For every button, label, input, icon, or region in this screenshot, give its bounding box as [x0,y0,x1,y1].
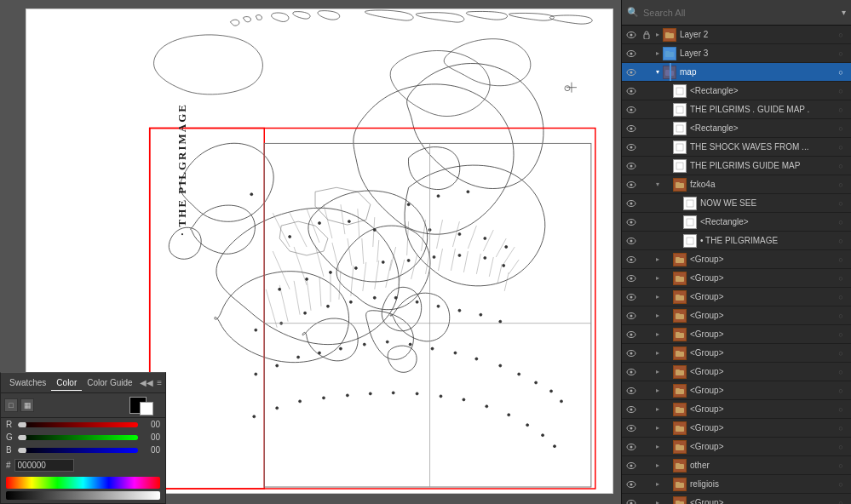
layer-expand-icon[interactable]: ▸ [653,269,663,288]
layer-expand-icon[interactable]: ▸ [653,381,663,400]
layer-expand-icon[interactable]: ▾ [653,175,663,194]
layer-lock-icon[interactable] [641,381,653,400]
layer-lock-icon[interactable] [641,419,653,438]
layer-eye-icon[interactable] [622,475,641,494]
layer-item[interactable]: ▸<Group>○ [622,269,851,288]
layer-options-icon[interactable]: ○ [834,381,848,400]
layer-eye-icon[interactable] [622,494,641,505]
layer-item[interactable]: <Rectangle>○ [622,82,851,100]
layer-eye-icon[interactable] [622,400,641,419]
layer-item[interactable]: ▸<Group>○ [622,306,851,325]
layer-options-icon[interactable]: ○ [834,82,848,100]
layer-options-icon[interactable]: ○ [834,288,848,306]
layer-eye-icon[interactable] [622,100,641,119]
layer-options-icon[interactable]: ○ [834,363,848,381]
layer-options-icon[interactable]: ○ [834,419,848,438]
layer-lock-icon[interactable] [641,213,653,232]
layer-eye-icon[interactable] [622,363,641,381]
layer-eye-icon[interactable] [622,44,641,63]
layer-expand-icon[interactable] [653,157,663,175]
layer-lock-icon[interactable] [641,288,653,306]
layer-options-icon[interactable]: ○ [834,250,848,269]
layers-list[interactable]: ▸Layer 2○▸Layer 3○▾map○<Rectangle>○THE P… [622,26,851,504]
layer-eye-icon[interactable] [622,269,641,288]
layer-lock-icon[interactable] [641,494,653,505]
layer-expand-icon[interactable] [653,119,663,138]
layer-eye-icon[interactable] [622,213,641,232]
layer-expand-icon[interactable]: ▸ [653,344,663,363]
hex-input[interactable] [14,459,74,472]
layer-options-icon[interactable]: ○ [834,475,848,494]
layer-options-icon[interactable]: ○ [834,194,848,213]
layer-options-icon[interactable]: ○ [834,438,848,456]
layer-options-icon[interactable]: ○ [834,400,848,419]
layer-lock-icon[interactable] [641,400,653,419]
layer-item[interactable]: ▸Layer 2○ [622,26,851,44]
layer-lock-icon[interactable] [641,82,653,100]
layer-item[interactable]: ▸<Group>○ [622,381,851,400]
layer-lock-icon[interactable] [641,194,653,213]
r-slider[interactable] [18,422,138,427]
layer-eye-icon[interactable] [622,138,641,157]
b-slider[interactable] [18,448,138,453]
layer-eye-icon[interactable] [622,82,641,100]
layer-lock-icon[interactable] [641,250,653,269]
layer-options-icon[interactable]: ○ [834,269,848,288]
layer-eye-icon[interactable] [622,63,641,82]
color-spectrum-icon[interactable]: ▦ [20,398,34,412]
layer-item[interactable]: ▸<Group>○ [622,438,851,456]
layer-expand-icon[interactable] [653,82,663,100]
layer-eye-icon[interactable] [622,325,641,344]
background-color[interactable] [140,402,153,415]
panel-options-icon[interactable]: ≡ [157,378,162,387]
color-tab[interactable]: Color [51,375,82,391]
layer-options-icon[interactable]: ○ [834,456,848,475]
layer-lock-icon[interactable] [641,344,653,363]
layer-options-icon[interactable]: ○ [834,306,848,325]
layer-lock-icon[interactable] [641,100,653,119]
layer-expand-icon[interactable] [653,213,663,232]
layer-expand-icon[interactable]: ▸ [653,44,663,63]
panel-menu-icon[interactable]: ◀◀ [140,378,153,387]
layer-lock-icon[interactable] [641,26,653,44]
layer-lock-icon[interactable] [641,175,653,194]
layer-lock-icon[interactable] [641,325,653,344]
layer-lock-icon[interactable] [641,157,653,175]
layer-expand-icon[interactable]: ▸ [653,325,663,344]
layer-item[interactable]: <Rectangle>○ [622,213,851,232]
layer-item[interactable]: ▸<Group>○ [622,344,851,363]
layer-options-icon[interactable]: ○ [834,100,848,119]
layer-expand-icon[interactable]: ▸ [653,419,663,438]
layer-eye-icon[interactable] [622,306,641,325]
layer-lock-icon[interactable] [641,138,653,157]
layer-expand-icon[interactable]: ▸ [653,306,663,325]
layer-item[interactable]: ▾fzko4a○ [622,175,851,194]
layer-lock-icon[interactable] [641,456,653,475]
layer-eye-icon[interactable] [622,26,641,44]
layer-item[interactable]: <Rectangle>○ [622,119,851,138]
layer-eye-icon[interactable] [622,194,641,213]
layer-item[interactable]: ▸religiois○ [622,475,851,494]
layer-item[interactable]: THE PILGRIMS . GUIDE MAP .○ [622,100,851,119]
layer-item[interactable]: ▸Layer 3○ [622,44,851,63]
layer-lock-icon[interactable] [641,363,653,381]
color-spectrum-bar[interactable] [6,477,160,489]
layer-lock-icon[interactable] [641,119,653,138]
layer-item[interactable]: ▸<Group>○ [622,400,851,419]
layer-item[interactable]: THE PILGRIMS GUIDE MAP○ [622,157,851,175]
layer-eye-icon[interactable] [622,419,641,438]
layer-options-icon[interactable]: ○ [834,63,848,82]
search-input[interactable] [643,8,837,18]
layer-lock-icon[interactable] [641,63,653,82]
layer-options-icon[interactable]: ○ [834,157,848,175]
layer-lock-icon[interactable] [641,475,653,494]
layer-eye-icon[interactable] [622,288,641,306]
layer-options-icon[interactable]: ○ [834,232,848,250]
layer-item[interactable]: NOW WE SEE○ [622,194,851,213]
filter-icon[interactable]: ▾ [842,8,846,17]
layer-expand-icon[interactable]: ▸ [653,363,663,381]
layer-eye-icon[interactable] [622,381,641,400]
layer-options-icon[interactable]: ○ [834,138,848,157]
layer-eye-icon[interactable] [622,438,641,456]
color-mode-icon[interactable]: □ [4,398,18,412]
